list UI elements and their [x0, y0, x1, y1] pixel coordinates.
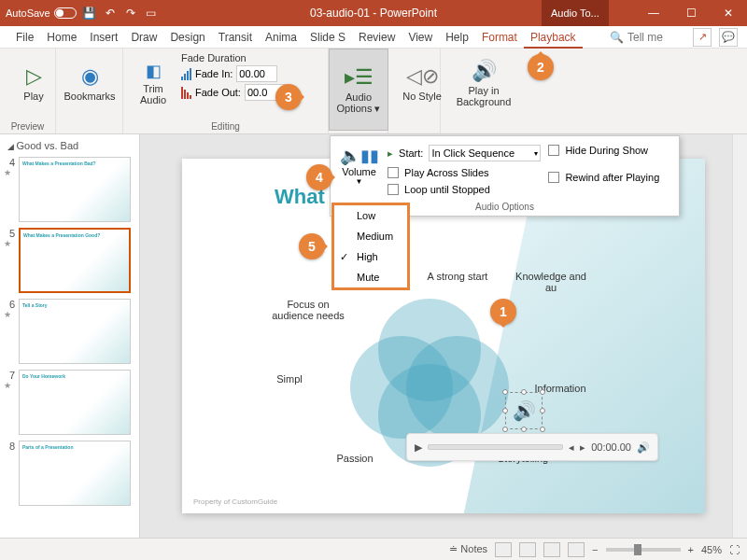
tab-view[interactable]: View — [402, 26, 439, 49]
title-bar: AutoSave 💾 ↶ ↷ ▭ 03-audio-01 - PowerPoin… — [0, 0, 747, 26]
slide-thumb-7[interactable]: Do Your Homework — [19, 370, 131, 435]
fade-in-label: Fade In: — [195, 68, 233, 79]
undo-icon[interactable]: ↶ — [103, 6, 118, 21]
tab-design[interactable]: Design — [163, 26, 211, 49]
tab-slideshow[interactable]: Slide S — [303, 26, 352, 49]
sorter-view-button[interactable] — [519, 542, 536, 557]
ribbon-tabs: File Home Insert Draw Design Transit Ani… — [0, 26, 747, 49]
minimize-button[interactable]: — — [635, 0, 672, 26]
tab-home[interactable]: Home — [40, 26, 83, 49]
player-track[interactable] — [428, 444, 563, 450]
no-style-label: No Style — [402, 91, 442, 102]
tab-help[interactable]: Help — [439, 26, 475, 49]
player-next-button[interactable]: ▸ — [580, 441, 585, 454]
comments-button[interactable]: 💬 — [719, 28, 738, 47]
volume-high[interactable]: High — [334, 246, 407, 267]
fit-to-window-button[interactable]: ⛶ — [729, 544, 740, 555]
slide-thumb-5[interactable]: What Makes a Presentation Good? — [19, 228, 131, 293]
slide-thumb-6[interactable]: Tell a Story — [19, 299, 131, 364]
fade-in-icon — [181, 68, 191, 80]
autosave-toggle[interactable]: AutoSave — [6, 7, 77, 19]
tab-insert[interactable]: Insert — [83, 26, 124, 49]
thumb-number: 7 — [4, 370, 15, 381]
speaker-icon[interactable]: 🔊 — [505, 392, 543, 429]
play-in-background-button[interactable]: 🔊 Play in Background — [448, 52, 519, 114]
no-style-icon: ◁⊘ — [406, 64, 439, 89]
normal-view-button[interactable] — [495, 542, 512, 557]
audio-options-button[interactable]: ▸☰ Audio Options ▾ — [329, 49, 388, 131]
start-icon: ▸ — [388, 147, 393, 160]
slide-thumbnails-panel[interactable]: Good vs. Bad 4★What Makes a Presentation… — [0, 134, 140, 538]
outline-section-title[interactable]: Good vs. Bad — [4, 138, 135, 157]
fade-in-input[interactable] — [236, 65, 277, 82]
tab-file[interactable]: File — [9, 26, 40, 49]
start-value: In Click Sequence — [431, 147, 514, 159]
hide-checkbox[interactable] — [548, 145, 559, 156]
trim-audio-button[interactable]: ◧ Trim Audio — [131, 52, 176, 114]
start-slideshow-icon[interactable]: ▭ — [144, 6, 159, 21]
play-across-label: Play Across Slides — [404, 167, 488, 178]
slide-thumb-4[interactable]: What Makes a Presentation Bad? — [19, 157, 131, 222]
diagram-text: Knowledge and au — [509, 271, 593, 293]
close-button[interactable]: ✕ — [710, 0, 747, 26]
tab-draw[interactable]: Draw — [124, 26, 163, 49]
tab-animations[interactable]: Anima — [259, 26, 303, 49]
slide-thumb-8[interactable]: Parts of a Presentation — [19, 441, 131, 506]
thumb-number: 6 — [4, 299, 15, 310]
callout-5: 5 — [299, 233, 325, 259]
search-icon: 🔍 — [610, 31, 624, 44]
zoom-out-button[interactable]: − — [592, 544, 598, 555]
hide-label: Hide During Show — [565, 145, 648, 156]
slideshow-view-button[interactable] — [568, 542, 585, 557]
zoom-slider[interactable] — [606, 548, 681, 552]
rewind-checkbox[interactable] — [548, 172, 559, 183]
bookmarks-button[interactable]: ◉ Bookmarks — [63, 52, 116, 114]
zoom-in-button[interactable]: + — [688, 544, 694, 555]
save-icon[interactable]: 💾 — [82, 6, 97, 21]
player-volume-icon[interactable]: 🔊 — [637, 441, 650, 454]
diagram-text: Simpl — [247, 373, 331, 385]
notes-button[interactable]: ≐ Notes — [449, 543, 487, 555]
ribbon-playback: ▷ Play Preview ◉ Bookmarks ◧ Trim Audio … — [0, 49, 747, 134]
animation-star-icon: ★ — [4, 310, 15, 319]
redo-icon[interactable]: ↷ — [123, 6, 138, 21]
tab-playback[interactable]: Playback — [524, 26, 583, 49]
volume-low[interactable]: Low — [334, 205, 407, 226]
tab-transitions[interactable]: Transit — [212, 26, 259, 49]
audio-object[interactable]: 🔊 ▶ ◂ ▸ 00:00.00 🔊 — [490, 392, 658, 461]
play-preview-button[interactable]: ▷ Play — [7, 52, 60, 114]
autosave-label: AutoSave — [6, 7, 50, 19]
maximize-button[interactable]: ☐ — [672, 0, 710, 26]
thumb-number: 8 — [4, 441, 15, 452]
thumb-number: 5 — [4, 228, 15, 239]
volume-medium[interactable]: Medium — [334, 226, 407, 246]
loop-label: Loop until Stopped — [404, 184, 490, 195]
document-title: 03-audio-01 - PowerPoint — [310, 7, 437, 20]
volume-mute[interactable]: Mute — [334, 267, 407, 287]
loop-checkbox[interactable] — [388, 184, 399, 195]
play-label: Play — [23, 91, 43, 102]
player-play-button[interactable]: ▶ — [415, 441, 422, 454]
tab-review[interactable]: Review — [352, 26, 402, 49]
volume-button[interactable]: 🔈▮▮ Volume ▼ — [338, 142, 380, 198]
play-bg-icon: 🔊 — [472, 59, 497, 83]
start-select[interactable]: In Click Sequence ▾ — [429, 145, 541, 161]
tab-format[interactable]: Format — [475, 26, 524, 49]
reading-view-button[interactable] — [543, 542, 560, 557]
callout-3: 3 — [275, 84, 302, 110]
play-bg-label: Play in Background — [448, 85, 519, 107]
zoom-level: 45% — [701, 544, 722, 555]
play-across-checkbox[interactable] — [388, 167, 399, 178]
chevron-down-icon: ▼ — [356, 177, 363, 186]
bookmarks-label: Bookmarks — [63, 91, 115, 102]
group-preview-label: Preview — [7, 119, 48, 132]
share-button[interactable]: ↗ — [693, 28, 712, 47]
animation-star-icon: ★ — [4, 168, 15, 177]
callout-4: 4 — [306, 164, 332, 190]
player-time: 00:00.00 — [591, 441, 631, 453]
vertical-scrollbar[interactable] — [732, 134, 747, 538]
tell-me-search[interactable]: 🔍 Tell me — [610, 31, 663, 44]
bookmark-icon: ◉ — [81, 64, 99, 89]
autosave-switch[interactable] — [54, 7, 77, 19]
player-prev-button[interactable]: ◂ — [569, 441, 574, 454]
